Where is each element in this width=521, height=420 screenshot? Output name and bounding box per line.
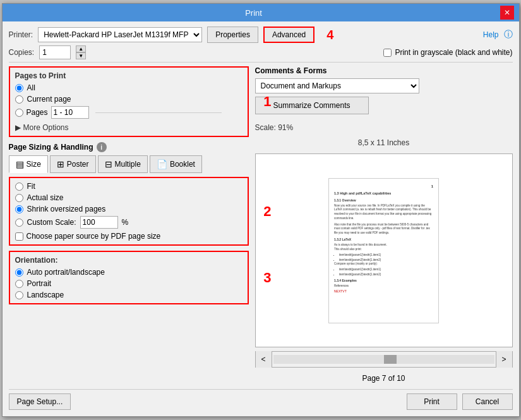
custom-radio[interactable] <box>15 219 23 227</box>
preview-list2: item\textit{param1}\texttt{1.item1} item… <box>339 267 433 276</box>
pdf-source-label: Choose paper source by PDF page size <box>27 232 161 241</box>
fit-label: Fit <box>27 182 35 191</box>
preview-list: item\textit{param1}\texttt{1.item1} item… <box>339 253 433 261</box>
tab-poster[interactable]: ⊞ Poster <box>50 155 96 173</box>
tab-bar: ▤ Size ⊞ Poster ⊟ Multiple 📄 <box>9 155 249 173</box>
printer-select[interactable]: Hewlett-Packard HP LaserJet M1319f MFP <box>38 27 202 42</box>
tab-size[interactable]: ▤ Size <box>9 155 48 173</box>
close-button[interactable]: ✕ <box>500 6 514 20</box>
pages-to-print-section: Pages to Print All Current page <box>9 66 249 137</box>
landscape-row: Landscape <box>15 291 243 299</box>
advanced-button[interactable]: Advanced <box>263 27 314 43</box>
landscape-label: Landscape <box>27 291 64 299</box>
pages-radio-group: All Current page Pages <box>15 83 243 132</box>
scale-text: Scale: 91% <box>255 123 513 132</box>
nav-prev-button[interactable]: < <box>256 351 272 368</box>
sizing-title: Page Sizing & Handling <box>9 143 93 152</box>
copies-label: Copies: <box>9 48 35 57</box>
print-button[interactable]: Print <box>407 393 457 410</box>
copies-spinner: ▲ ▼ <box>76 45 86 59</box>
poster-icon: ⊞ <box>57 159 64 169</box>
landscape-radio[interactable] <box>15 291 23 299</box>
comments-select[interactable]: Document and MarkupsDocumentForm Fields … <box>255 78 419 93</box>
shrink-radio[interactable] <box>15 205 23 213</box>
pages-range-row: Pages <box>15 106 243 119</box>
booklet-icon: 📄 <box>157 159 167 169</box>
pages-current-label: Current page <box>27 95 71 104</box>
pdf-source-checkbox[interactable] <box>15 232 23 241</box>
pages-wrapper: Pages to Print All Current page <box>9 66 249 137</box>
badge-3: 3 <box>263 270 271 286</box>
preview-link: NEXTVT <box>334 289 433 294</box>
cancel-button[interactable]: Cancel <box>462 393 513 410</box>
custom-scale-row: Custom Scale: % <box>15 216 243 229</box>
orientation-wrapper: Orientation: Auto portrait/landscape Por… <box>9 251 249 304</box>
scroll-track[interactable] <box>273 355 494 364</box>
preview-container: 1 1.3 High and pdfLaTeX capabilities 1.3… <box>255 153 513 347</box>
portrait-row: Portrait <box>15 279 243 288</box>
info-icon[interactable]: i <box>97 142 107 152</box>
preview-text-2: Also note that the file you process must… <box>334 223 433 236</box>
preview-section: 1.3.1 Overview <box>334 198 433 203</box>
preview-sub: References <box>334 284 433 288</box>
tab-multiple[interactable]: ⊟ Multiple <box>98 155 148 173</box>
fit-row: Fit <box>15 182 243 191</box>
auto-row: Auto portrait/landscape <box>15 268 243 277</box>
help-icon[interactable]: ⓘ <box>504 29 513 40</box>
more-options-arrow: ▶ <box>15 123 21 132</box>
dialog-body: Printer: Hewlett-Packard HP LaserJet M13… <box>3 21 519 416</box>
pages-all-label: All <box>27 83 35 92</box>
properties-button[interactable]: Properties <box>207 27 258 43</box>
tab-size-label: Size <box>27 160 41 169</box>
dialog-title: Print <box>8 8 500 18</box>
portrait-radio[interactable] <box>15 280 23 288</box>
custom-scale-input[interactable] <box>80 216 118 229</box>
copies-row: Copies: ▲ ▼ Print in grayscale (black an… <box>9 45 513 59</box>
pages-all-row: All <box>15 83 243 92</box>
paper-size-text: 8,5 x 11 Inches <box>255 138 513 147</box>
fit-radio[interactable] <box>15 183 23 191</box>
grayscale-checkbox[interactable] <box>383 49 392 57</box>
bottom-right: Print Cancel <box>407 393 513 410</box>
multiple-icon: ⊟ <box>105 159 112 169</box>
help-link[interactable]: Help <box>483 30 499 39</box>
pages-current-row: Current page <box>15 95 243 104</box>
sizing-section-wrapper: Fit Actual size Shrink oversized pages <box>9 177 249 246</box>
printer-label: Printer: <box>9 30 33 39</box>
page-info: Page 7 of 10 <box>255 374 513 383</box>
orientation-radio-group: Auto portrait/landscape Portrait Landsca… <box>15 268 243 299</box>
nav-bar: < > <box>255 351 513 368</box>
print-dialog: Print ✕ Printer: Hewlett-Packard HP Lase… <box>2 3 520 417</box>
preview-text-1: Now you edit your source .tex file. In P… <box>334 204 433 221</box>
sizing-title-row: Page Sizing & Handling i <box>9 142 249 152</box>
pages-current-radio[interactable] <box>15 95 23 104</box>
sizing-section: Fit Actual size Shrink oversized pages <box>9 177 249 246</box>
nav-next-button[interactable]: > <box>496 351 512 368</box>
more-options-label: More Options <box>23 123 69 132</box>
pages-range-input[interactable] <box>51 106 89 119</box>
page-setup-button[interactable]: Page Setup... <box>9 393 71 410</box>
preview-text-3: As is always to be found in this documen… <box>334 243 433 252</box>
tab-booklet[interactable]: 📄 Booklet <box>150 155 202 173</box>
copies-down[interactable]: ▼ <box>76 52 86 59</box>
copies-up[interactable]: ▲ <box>76 45 86 52</box>
badge-1: 1 <box>263 93 271 110</box>
pages-range-radio[interactable] <box>15 109 23 117</box>
pdf-source-row: Choose paper source by PDF page size <box>15 232 243 241</box>
copies-input[interactable] <box>39 45 71 59</box>
orientation-title: Orientation: <box>15 256 243 265</box>
auto-radio[interactable] <box>15 268 23 277</box>
pages-all-radio[interactable] <box>15 84 23 92</box>
tab-booklet-label: Booklet <box>170 160 195 169</box>
actual-radio[interactable] <box>15 194 23 202</box>
preview-text-4: Compare syntax (mainly or partly): <box>334 262 433 267</box>
scroll-thumb <box>384 355 397 364</box>
title-bar: Print ✕ <box>3 4 519 21</box>
tab-poster-label: Poster <box>67 160 89 169</box>
badge-2: 2 <box>263 203 271 220</box>
more-options-row[interactable]: ▶ More Options <box>15 123 243 132</box>
summarize-button[interactable]: Summarize Comments <box>255 97 369 114</box>
actual-row: Actual size <box>15 193 243 202</box>
preview-page-title: 1 <box>334 184 433 189</box>
preview-chapter: 1.3 High and pdfLaTeX capabilities <box>334 191 433 196</box>
